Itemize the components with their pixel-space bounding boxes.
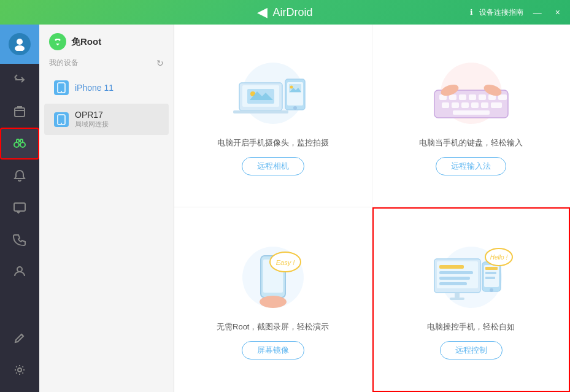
mirror-button[interactable]: 屏幕镜像 <box>242 341 304 359</box>
sidebar: 免Root 我的设备 ↻ iPhone 11 <box>39 25 174 392</box>
device-item-opr17[interactable]: OPR17 局域网连接 <box>44 104 169 135</box>
svg-rect-55 <box>439 271 473 274</box>
sidebar-header: 免Root <box>39 25 174 55</box>
usb-icon <box>49 33 66 50</box>
sidebar-item-remote[interactable] <box>0 128 39 159</box>
feature-image-keyboard <box>422 56 520 130</box>
feature-image-control: Hello ! <box>422 240 520 314</box>
close-button[interactable]: × <box>552 6 564 18</box>
keyboard-button[interactable]: 远程输入法 <box>436 157 506 175</box>
svg-point-1 <box>15 45 25 51</box>
svg-rect-64 <box>485 277 495 279</box>
avatar <box>9 33 31 55</box>
svg-text:Hello !: Hello ! <box>490 254 508 261</box>
sidebar-item-notifications[interactable] <box>0 159 39 191</box>
svg-point-65 <box>490 288 493 292</box>
avatar-item[interactable] <box>0 25 39 64</box>
svg-rect-33 <box>479 94 486 100</box>
device-name-opr17: OPR17 <box>75 110 109 120</box>
devices-header: 我的设备 ↻ <box>39 55 174 73</box>
icon-bar-top <box>0 25 39 287</box>
svg-rect-40 <box>481 102 488 108</box>
sidebar-item-calls[interactable] <box>0 223 39 255</box>
svg-point-8 <box>55 39 57 41</box>
svg-rect-36 <box>442 102 449 108</box>
svg-point-13 <box>61 123 62 124</box>
svg-point-7 <box>18 368 21 372</box>
svg-rect-32 <box>469 94 476 100</box>
feature-image-mirror: Easy ! <box>224 240 322 314</box>
device-info-opr17: OPR17 局域网连接 <box>75 110 109 129</box>
svg-rect-30 <box>449 94 456 100</box>
app-logo: ◀ AirDroid <box>257 4 312 20</box>
topbar: ◀ AirDroid ℹ 设备连接指南 — × <box>0 0 570 25</box>
svg-rect-57 <box>439 282 467 285</box>
device-info-iphone11: iPhone 11 <box>75 83 114 93</box>
control-button[interactable]: 远程控制 <box>440 341 503 359</box>
sidebar-item-transfer[interactable] <box>0 64 39 96</box>
sidebar-title: 免Root <box>71 36 101 48</box>
svg-point-0 <box>17 39 23 45</box>
feature-desc-camera: 电脑开启手机摄像头，监控拍摄 <box>217 137 329 148</box>
svg-point-11 <box>61 91 62 92</box>
svg-rect-2 <box>15 108 25 117</box>
feature-cell-camera: 电脑开启手机摄像头，监控拍摄 远程相机 <box>174 25 372 207</box>
app-title: AirDroid <box>272 6 312 19</box>
svg-point-3 <box>14 142 19 147</box>
sidebar-item-files[interactable] <box>0 96 39 128</box>
svg-point-24 <box>290 85 293 88</box>
main-layout: 免Root 我的设备 ↻ iPhone 11 <box>0 25 570 392</box>
sidebar-item-edit[interactable] <box>0 322 39 354</box>
feature-cell-mirror: Easy ! 无需Root，截图录屏，轻松演示 屏幕镜像 <box>174 207 372 392</box>
refresh-button[interactable]: ↻ <box>156 58 164 68</box>
device-item-iphone11[interactable]: iPhone 11 <box>44 74 169 101</box>
device-name-iphone11: iPhone 11 <box>75 83 114 93</box>
svg-rect-5 <box>14 203 25 211</box>
device-icon-opr17 <box>54 112 69 127</box>
svg-rect-38 <box>461 102 469 108</box>
feature-desc-mirror: 无需Root，截图录屏，轻松演示 <box>217 321 329 332</box>
main-content: 电脑开启手机摄像头，监控拍摄 远程相机 <box>174 25 570 392</box>
svg-rect-54 <box>439 265 464 269</box>
device-sub-opr17: 局域网连接 <box>75 120 109 129</box>
svg-rect-39 <box>471 102 479 108</box>
svg-point-9 <box>59 39 61 41</box>
feature-grid: 电脑开启手机摄像头，监控拍摄 远程相机 <box>174 25 570 392</box>
info-icon: ℹ <box>470 8 473 17</box>
svg-rect-63 <box>485 272 496 274</box>
svg-text:Easy !: Easy ! <box>275 259 295 266</box>
svg-rect-62 <box>485 267 498 270</box>
svg-point-4 <box>20 142 25 147</box>
svg-rect-31 <box>459 94 466 100</box>
icon-bar <box>0 25 39 392</box>
svg-rect-56 <box>439 277 470 280</box>
svg-point-26 <box>293 106 297 110</box>
feature-cell-keyboard: 电脑当手机的键盘，轻松输入 远程输入法 <box>372 25 571 207</box>
svg-rect-42 <box>453 110 490 115</box>
svg-point-50 <box>260 296 287 308</box>
logo-arrow-icon: ◀ <box>257 4 268 20</box>
sidebar-item-settings[interactable] <box>0 354 39 386</box>
device-icon-iphone11 <box>54 80 69 95</box>
sidebar-item-contacts[interactable] <box>0 255 39 287</box>
devices-label: 我的设备 <box>49 58 79 68</box>
svg-rect-20 <box>233 110 288 113</box>
camera-button[interactable]: 远程相机 <box>242 157 304 175</box>
svg-point-6 <box>17 267 22 272</box>
feature-cell-control: Hello ! 电脑操控手机，轻松自如 远程控制 <box>372 207 571 392</box>
feature-image-camera <box>224 56 322 130</box>
svg-rect-41 <box>491 102 502 108</box>
feature-desc-control: 电脑操控手机，轻松自如 <box>427 321 515 332</box>
topbar-controls: ℹ 设备连接指南 — × <box>470 0 564 25</box>
svg-rect-37 <box>452 102 459 108</box>
feature-desc-keyboard: 电脑当手机的键盘，轻松输入 <box>419 137 523 148</box>
svg-rect-59 <box>450 298 464 300</box>
svg-rect-58 <box>455 293 460 298</box>
guide-label[interactable]: 设备连接指南 <box>479 7 523 18</box>
svg-rect-35 <box>498 94 507 100</box>
sidebar-item-messages[interactable] <box>0 191 39 223</box>
icon-bar-bottom <box>0 322 39 392</box>
minimize-button[interactable]: — <box>530 6 545 18</box>
